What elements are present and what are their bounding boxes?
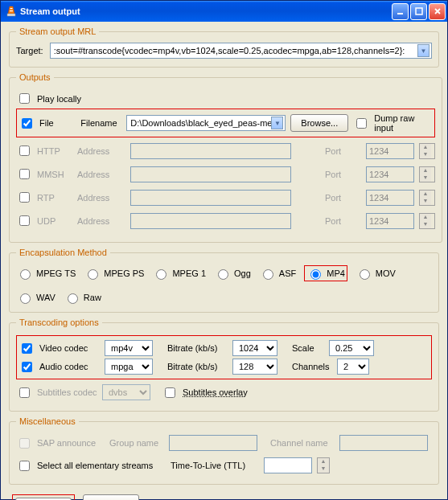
audio-codec-label: Audio codec	[39, 362, 100, 371]
audio-codec-select[interactable]: mpga	[105, 359, 153, 375]
encap-mp4-radio[interactable]	[310, 269, 321, 280]
group-name-label: Group name	[109, 438, 164, 448]
svg-rect-3	[397, 13, 403, 14]
http-port-input[interactable]	[366, 143, 414, 159]
play-locally-label: Play locally	[37, 94, 81, 104]
dump-raw-label: Dump raw input	[374, 113, 433, 133]
encap-raw-radio[interactable]	[68, 293, 78, 304]
svg-rect-1	[10, 8, 13, 9]
mmsh-address-input[interactable]	[130, 166, 291, 182]
file-checkbox[interactable]	[22, 118, 32, 129]
channel-name-label: Channel name	[270, 438, 335, 448]
titlebar[interactable]: Stream output	[1, 1, 447, 22]
audio-bitrate-select[interactable]: 128	[232, 359, 277, 375]
transcode-legend: Transcoding options	[16, 318, 102, 327]
encap-mpegts-radio[interactable]	[20, 269, 31, 280]
subtitles-overlay-label: Subtitles overlay	[183, 387, 248, 397]
window-title: Stream output	[20, 6, 392, 16]
scale-select[interactable]: 0.25	[329, 340, 374, 356]
http-checkbox[interactable]	[19, 145, 30, 156]
ttl-input[interactable]	[264, 457, 312, 473]
transcode-group: Transcoding options Video codec mp4v Bit…	[9, 318, 439, 412]
outputs-legend: Outputs	[16, 72, 54, 82]
video-codec-checkbox[interactable]	[22, 343, 32, 354]
svg-rect-4	[416, 8, 422, 14]
select-all-label: Select all elementary streams	[37, 461, 166, 470]
mmsh-port-spinner[interactable]: ▲▼	[419, 166, 435, 182]
video-codec-select[interactable]: mp4v	[105, 340, 153, 356]
encap-wav-radio[interactable]	[20, 293, 31, 304]
udp-checkbox[interactable]	[19, 215, 30, 226]
browse-button[interactable]: Browse...	[290, 114, 348, 132]
channels-select[interactable]: 2	[337, 359, 369, 375]
file-label: File	[39, 118, 76, 128]
svg-rect-0	[7, 14, 15, 16]
udp-port-spinner[interactable]: ▲▼	[419, 213, 435, 229]
http-port-spinner[interactable]: ▲▼	[419, 143, 435, 159]
target-label: Target:	[16, 46, 43, 55]
subtitles-codec-label: Subtitles codec	[37, 387, 97, 397]
ttl-label: Time-To-Live (TTL)	[171, 461, 259, 470]
encap-mpeg1-radio[interactable]	[156, 269, 166, 280]
udp-port-input[interactable]	[366, 213, 414, 229]
app-icon	[6, 6, 17, 17]
channel-name-input[interactable]	[339, 435, 428, 451]
filename-value: D:\Downloads\black_eyed_peas-mec	[130, 118, 271, 128]
udp-label: UDP	[37, 216, 55, 226]
rtp-port-input[interactable]	[366, 190, 414, 206]
sap-label: SAP announce	[37, 438, 105, 448]
filename-label: Filename	[80, 118, 121, 128]
group-name-input[interactable]	[169, 435, 257, 451]
mrl-legend: Stream output MRL	[16, 27, 99, 36]
dump-raw-checkbox[interactable]	[356, 118, 367, 129]
select-all-checkbox[interactable]	[19, 461, 30, 471]
port-label: Port	[325, 146, 361, 156]
chevron-down-icon[interactable]: ▼	[271, 117, 283, 129]
video-bitrate-label: Bitrate (kb/s)	[167, 343, 228, 353]
maximize-button[interactable]	[410, 3, 427, 20]
close-button[interactable]	[429, 3, 446, 20]
cancel-button[interactable]: Cancel	[83, 494, 139, 500]
audio-codec-checkbox[interactable]	[22, 362, 32, 372]
target-value: :sout=#transcode{vcodec=mp4v,vb=1024,sca…	[54, 46, 417, 55]
stream-output-window: Stream output Stream output MRL Target: …	[0, 0, 448, 500]
scale-label: Scale	[292, 343, 324, 353]
channels-label: Channels	[292, 362, 332, 371]
video-codec-label: Video codec	[39, 343, 100, 353]
encap-asf-radio[interactable]	[263, 269, 273, 280]
rtp-label: RTP	[37, 193, 55, 203]
encap-ogg-radio[interactable]	[218, 269, 228, 280]
misc-group: Miscellaneous SAP announce Group name Ch…	[9, 416, 439, 485]
udp-address-input[interactable]	[130, 213, 291, 229]
subtitles-overlay-checkbox[interactable]	[165, 387, 175, 398]
mmsh-checkbox[interactable]	[19, 169, 30, 179]
subtitles-codec-checkbox[interactable]	[19, 387, 30, 398]
outputs-group: Outputs Play locally File Filename D:\Do…	[9, 72, 442, 243]
minimize-button[interactable]	[392, 3, 409, 20]
ttl-spinner[interactable]: ▲▼	[317, 457, 330, 473]
encap-legend: Encapsulation Method	[16, 248, 110, 257]
encap-group: Encapsulation Method MPEG TS MPEG PS MPE…	[9, 248, 439, 313]
subtitles-codec-select[interactable]: dvbs	[102, 384, 150, 400]
rtp-address-input[interactable]	[130, 190, 291, 206]
http-address-input[interactable]	[130, 143, 291, 159]
address-label: Address	[77, 146, 125, 156]
svg-rect-2	[10, 10, 13, 11]
encap-mov-radio[interactable]	[360, 269, 370, 280]
misc-legend: Miscellaneous	[16, 416, 79, 426]
chevron-down-icon[interactable]: ▼	[417, 44, 430, 57]
rtp-port-spinner[interactable]: ▲▼	[419, 190, 435, 206]
sap-checkbox[interactable]	[19, 438, 30, 449]
filename-combo[interactable]: D:\Downloads\black_eyed_peas-mec ▼	[126, 115, 286, 131]
video-bitrate-select[interactable]: 1024	[232, 340, 277, 356]
audio-bitrate-label: Bitrate (kb/s)	[167, 362, 228, 371]
encap-mpegps-radio[interactable]	[88, 269, 98, 280]
rtp-checkbox[interactable]	[19, 192, 30, 203]
mmsh-label: MMSH	[37, 170, 64, 179]
mrl-group: Stream output MRL Target: :sout=#transco…	[9, 27, 439, 68]
http-label: HTTP	[37, 146, 60, 156]
play-locally-checkbox[interactable]	[19, 93, 30, 104]
target-combo[interactable]: :sout=#transcode{vcodec=mp4v,vb=1024,sca…	[50, 43, 432, 59]
mmsh-port-input[interactable]	[366, 166, 414, 182]
